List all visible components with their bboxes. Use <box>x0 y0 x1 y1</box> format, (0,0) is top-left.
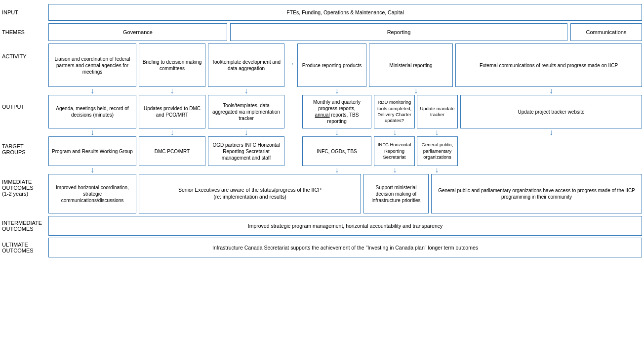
ultimate-row: ULTIMATE OUTCOMES Infrastructure Canada … <box>2 238 642 257</box>
activity-label: ACTIVITY <box>2 43 46 61</box>
activity3-box: Tool/template development and data aggre… <box>208 43 284 87</box>
arrow-right-a3-a4: → <box>287 59 295 68</box>
output2-box: Updates provided to DMC and PCO/MRT <box>139 95 205 128</box>
arr2: ↓ <box>139 87 205 95</box>
output1-box: Agenda, meetings held, record of decisio… <box>48 95 136 128</box>
themes-row: THEMES Governance Reporting Communicatio… <box>2 23 642 41</box>
communications-theme: Communications <box>570 23 642 41</box>
output-row: OUTPUT Agenda, meetings held, record of … <box>2 95 642 128</box>
immediate2-box: Senior Executives are aware of the statu… <box>139 174 361 213</box>
input-row: INPUT FTEs, Funding, Operations & Mainte… <box>2 4 642 21</box>
target3-box: OGD partners INFC Horizontal Reporting S… <box>208 136 284 166</box>
intermediate-label: INTERMEDIATE OUTCOMES <box>2 216 46 236</box>
intermediate-content: Improved strategic program management, h… <box>46 216 642 236</box>
output4-box: Monthly and quarterly progress reports, … <box>302 95 371 128</box>
arr3: ↓ <box>208 87 284 95</box>
target-label: TARGET GROUPS <box>2 136 46 157</box>
input-content: FTEs, Funding, Operations & Maintenance,… <box>46 4 642 21</box>
immediate4-box: General public and parliamentary organiz… <box>431 174 642 213</box>
immediate-label: IMMEDIATE OUTCOMES (1-2 years) <box>2 174 46 199</box>
col5: Ministerial reporting <box>369 43 453 87</box>
output3-box: Tools/templates, data aggregated via imp… <box>208 95 284 128</box>
arr-spacer <box>287 87 300 95</box>
governance-theme: Governance <box>48 23 227 41</box>
target-row: TARGET GROUPS Program and Results Workin… <box>2 136 642 166</box>
output6-box: Update project tracker website <box>460 95 642 128</box>
target5b-box: General public, parliamentary organizati… <box>417 136 458 166</box>
arrows-tgt-imm: ↓ ↓ ↓ ↓ <box>48 166 642 174</box>
col1: Liaison and coordination of federal part… <box>48 43 136 87</box>
col2: Briefing to decision making committees <box>139 43 205 87</box>
arrows-out-tgt: ↓ ↓ ↓ ↓ ↓ ↓ ↓ <box>48 128 642 136</box>
activity-content: Liaison and coordination of federal part… <box>46 43 642 87</box>
arr5: ↓ <box>374 87 458 95</box>
output5a-box: RDU monitoring tools completed, Delivery… <box>374 95 415 128</box>
intermediate-box: Improved strategic program management, h… <box>48 216 642 236</box>
col6: External communications of results and p… <box>455 43 642 87</box>
output5b-box: Update mandate tracker <box>417 95 458 128</box>
target1-box: Program and Results Working Group <box>48 136 136 166</box>
reporting-theme: Reporting <box>230 23 567 41</box>
intermediate-row: INTERMEDIATE OUTCOMES Improved strategic… <box>2 216 642 236</box>
diagram: INPUT FTEs, Funding, Operations & Mainte… <box>0 0 644 263</box>
arrows-act-out: ↓ ↓ ↓ ↓ ↓ ↓ <box>48 87 642 95</box>
immediate3-box: Support ministerial decision making of i… <box>363 174 429 213</box>
activity6-box: External communications of results and p… <box>455 43 642 87</box>
target-content: Program and Results Working Group DMC PC… <box>46 136 642 166</box>
target4-box: INFC, OGDs, TBS <box>302 136 371 166</box>
arr4: ↓ <box>302 87 371 95</box>
activity4-box: Produce reporting products <box>297 43 366 87</box>
output-content: Agenda, meetings held, record of decisio… <box>46 95 642 128</box>
output-label: OUTPUT <box>2 95 46 112</box>
ultimate-box: Infrastructure Canada Secretariat suppor… <box>48 238 642 257</box>
activity5-box: Ministerial reporting <box>369 43 453 87</box>
immediate-content: Improved horizontal coordination, strate… <box>46 174 642 213</box>
activity1-box: Liaison and coordination of federal part… <box>48 43 136 87</box>
activity-row: ACTIVITY Liaison and coordination of fed… <box>2 43 642 87</box>
themes-content: Governance Reporting Communications <box>46 23 642 41</box>
col4: Produce reporting products <box>297 43 366 87</box>
immediate1-box: Improved horizontal coordination, strate… <box>48 174 136 213</box>
arr1: ↓ <box>48 87 136 95</box>
arr6: ↓ <box>460 87 642 95</box>
ultimate-label: ULTIMATE OUTCOMES <box>2 238 46 257</box>
input-label: INPUT <box>2 4 46 21</box>
output5-group: RDU monitoring tools completed, Delivery… <box>374 95 458 128</box>
ultimate-content: Infrastructure Canada Secretariat suppor… <box>46 238 642 257</box>
input-box: FTEs, Funding, Operations & Maintenance,… <box>48 4 642 21</box>
immediate-row: IMMEDIATE OUTCOMES (1-2 years) Improved … <box>2 174 642 213</box>
target5-group: INFC Horizontal Reporting Secretariat Ge… <box>374 136 458 166</box>
target5a-box: INFC Horizontal Reporting Secretariat <box>374 136 415 166</box>
col3: Tool/template development and data aggre… <box>208 43 284 87</box>
target2-box: DMC PCO/MRT <box>139 136 205 166</box>
themes-label: THEMES <box>2 23 46 41</box>
activity2-box: Briefing to decision making committees <box>139 43 205 87</box>
